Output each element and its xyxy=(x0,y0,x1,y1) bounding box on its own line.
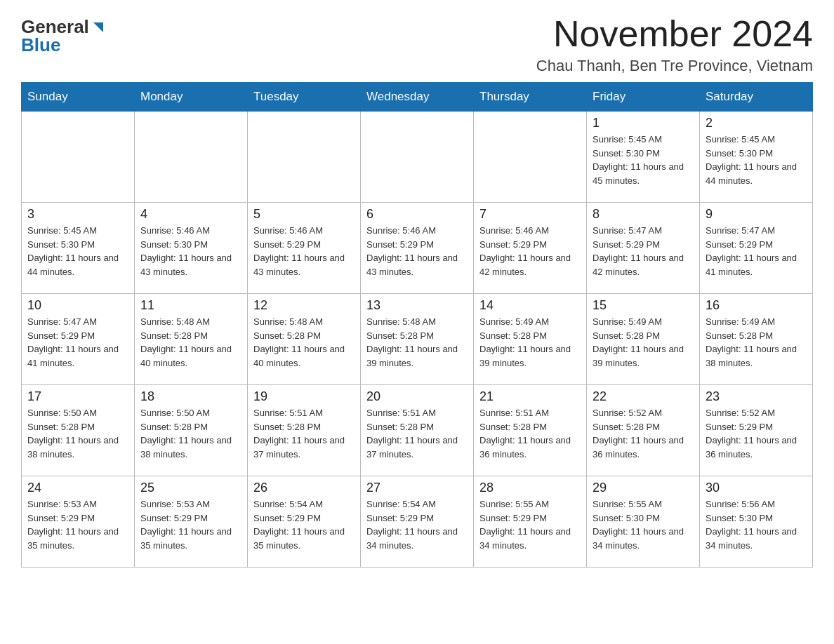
calendar-cell: 17Sunrise: 5:50 AM Sunset: 5:28 PM Dayli… xyxy=(22,385,135,476)
day-number: 24 xyxy=(27,481,128,495)
day-info: Sunrise: 5:51 AM Sunset: 5:28 PM Dayligh… xyxy=(366,406,468,461)
calendar-cell: 4Sunrise: 5:46 AM Sunset: 5:30 PM Daylig… xyxy=(135,203,248,294)
day-info: Sunrise: 5:46 AM Sunset: 5:29 PM Dayligh… xyxy=(479,224,581,279)
day-info: Sunrise: 5:48 AM Sunset: 5:28 PM Dayligh… xyxy=(366,315,468,370)
calendar-cell: 6Sunrise: 5:46 AM Sunset: 5:29 PM Daylig… xyxy=(361,203,474,294)
day-info: Sunrise: 5:49 AM Sunset: 5:28 PM Dayligh… xyxy=(706,315,807,370)
calendar-cell: 3Sunrise: 5:45 AM Sunset: 5:30 PM Daylig… xyxy=(22,203,135,294)
day-number: 20 xyxy=(366,389,468,404)
day-number: 11 xyxy=(140,298,241,313)
day-number: 10 xyxy=(27,298,128,313)
day-number: 17 xyxy=(27,389,128,404)
day-info: Sunrise: 5:53 AM Sunset: 5:29 PM Dayligh… xyxy=(140,497,241,552)
day-number: 6 xyxy=(366,207,468,222)
calendar-week-row: 17Sunrise: 5:50 AM Sunset: 5:28 PM Dayli… xyxy=(22,385,813,476)
calendar-cell: 12Sunrise: 5:48 AM Sunset: 5:28 PM Dayli… xyxy=(248,294,361,385)
day-number: 19 xyxy=(253,389,355,404)
day-number: 18 xyxy=(140,389,241,404)
calendar-cell: 28Sunrise: 5:55 AM Sunset: 5:29 PM Dayli… xyxy=(474,476,587,568)
calendar-week-row: 1Sunrise: 5:45 AM Sunset: 5:30 PM Daylig… xyxy=(22,112,813,203)
calendar-cell: 9Sunrise: 5:47 AM Sunset: 5:29 PM Daylig… xyxy=(700,203,813,294)
calendar-cell: 11Sunrise: 5:48 AM Sunset: 5:28 PM Dayli… xyxy=(135,294,248,385)
logo-general: General xyxy=(21,18,89,36)
column-header-sunday: Sunday xyxy=(22,83,135,112)
day-number: 7 xyxy=(479,207,581,222)
calendar-cell: 15Sunrise: 5:49 AM Sunset: 5:28 PM Dayli… xyxy=(587,294,700,385)
day-number: 9 xyxy=(706,207,807,222)
day-info: Sunrise: 5:48 AM Sunset: 5:28 PM Dayligh… xyxy=(140,315,241,370)
logo-blue: Blue xyxy=(21,36,60,54)
calendar-cell: 1Sunrise: 5:45 AM Sunset: 5:30 PM Daylig… xyxy=(587,112,700,203)
calendar-cell: 18Sunrise: 5:50 AM Sunset: 5:28 PM Dayli… xyxy=(135,385,248,476)
logo-triangle-icon xyxy=(91,20,106,35)
calendar-cell: 16Sunrise: 5:49 AM Sunset: 5:28 PM Dayli… xyxy=(700,294,813,385)
day-info: Sunrise: 5:49 AM Sunset: 5:28 PM Dayligh… xyxy=(593,315,694,370)
calendar-week-row: 24Sunrise: 5:53 AM Sunset: 5:29 PM Dayli… xyxy=(22,476,813,568)
calendar-cell: 26Sunrise: 5:54 AM Sunset: 5:29 PM Dayli… xyxy=(248,476,361,568)
calendar-cell: 19Sunrise: 5:51 AM Sunset: 5:28 PM Dayli… xyxy=(248,385,361,476)
column-header-monday: Monday xyxy=(135,83,248,112)
day-number: 26 xyxy=(253,481,355,495)
day-number: 16 xyxy=(706,298,807,313)
day-info: Sunrise: 5:53 AM Sunset: 5:29 PM Dayligh… xyxy=(27,497,128,552)
calendar-week-row: 3Sunrise: 5:45 AM Sunset: 5:30 PM Daylig… xyxy=(22,203,813,294)
day-info: Sunrise: 5:51 AM Sunset: 5:28 PM Dayligh… xyxy=(479,406,581,461)
calendar-cell: 27Sunrise: 5:54 AM Sunset: 5:29 PM Dayli… xyxy=(361,476,474,568)
day-number: 4 xyxy=(140,207,241,222)
day-info: Sunrise: 5:46 AM Sunset: 5:29 PM Dayligh… xyxy=(253,224,355,279)
calendar-cell xyxy=(135,112,248,203)
day-info: Sunrise: 5:45 AM Sunset: 5:30 PM Dayligh… xyxy=(706,133,807,187)
title-block: November 2024 Chau Thanh, Ben Tre Provin… xyxy=(536,14,813,75)
column-header-tuesday: Tuesday xyxy=(248,83,361,112)
day-info: Sunrise: 5:49 AM Sunset: 5:28 PM Dayligh… xyxy=(479,315,581,370)
column-header-thursday: Thursday xyxy=(474,83,587,112)
column-header-wednesday: Wednesday xyxy=(361,83,474,112)
calendar-cell: 24Sunrise: 5:53 AM Sunset: 5:29 PM Dayli… xyxy=(22,476,135,568)
day-number: 30 xyxy=(706,481,807,495)
calendar-cell: 7Sunrise: 5:46 AM Sunset: 5:29 PM Daylig… xyxy=(474,203,587,294)
day-info: Sunrise: 5:47 AM Sunset: 5:29 PM Dayligh… xyxy=(593,224,694,279)
logo: General Blue xyxy=(21,14,106,54)
day-info: Sunrise: 5:50 AM Sunset: 5:28 PM Dayligh… xyxy=(27,406,128,461)
calendar-cell: 10Sunrise: 5:47 AM Sunset: 5:29 PM Dayli… xyxy=(22,294,135,385)
calendar-week-row: 10Sunrise: 5:47 AM Sunset: 5:29 PM Dayli… xyxy=(22,294,813,385)
calendar-cell: 21Sunrise: 5:51 AM Sunset: 5:28 PM Dayli… xyxy=(474,385,587,476)
day-info: Sunrise: 5:45 AM Sunset: 5:30 PM Dayligh… xyxy=(27,224,128,279)
day-info: Sunrise: 5:52 AM Sunset: 5:29 PM Dayligh… xyxy=(706,406,807,461)
day-info: Sunrise: 5:46 AM Sunset: 5:29 PM Dayligh… xyxy=(366,224,468,279)
calendar-cell: 29Sunrise: 5:55 AM Sunset: 5:30 PM Dayli… xyxy=(587,476,700,568)
day-info: Sunrise: 5:47 AM Sunset: 5:29 PM Dayligh… xyxy=(706,224,807,279)
day-number: 27 xyxy=(366,481,468,495)
day-info: Sunrise: 5:46 AM Sunset: 5:30 PM Dayligh… xyxy=(140,224,241,279)
day-info: Sunrise: 5:55 AM Sunset: 5:29 PM Dayligh… xyxy=(479,497,581,552)
day-info: Sunrise: 5:48 AM Sunset: 5:28 PM Dayligh… xyxy=(253,315,355,370)
day-number: 28 xyxy=(479,481,581,495)
day-info: Sunrise: 5:55 AM Sunset: 5:30 PM Dayligh… xyxy=(593,497,694,552)
day-info: Sunrise: 5:47 AM Sunset: 5:29 PM Dayligh… xyxy=(27,315,128,370)
day-info: Sunrise: 5:50 AM Sunset: 5:28 PM Dayligh… xyxy=(140,406,241,461)
calendar-cell xyxy=(361,112,474,203)
calendar-cell: 8Sunrise: 5:47 AM Sunset: 5:29 PM Daylig… xyxy=(587,203,700,294)
calendar-cell: 23Sunrise: 5:52 AM Sunset: 5:29 PM Dayli… xyxy=(700,385,813,476)
day-number: 25 xyxy=(140,481,241,495)
calendar-cell: 5Sunrise: 5:46 AM Sunset: 5:29 PM Daylig… xyxy=(248,203,361,294)
day-info: Sunrise: 5:45 AM Sunset: 5:30 PM Dayligh… xyxy=(593,133,694,187)
day-info: Sunrise: 5:56 AM Sunset: 5:30 PM Dayligh… xyxy=(706,497,807,552)
calendar-cell: 20Sunrise: 5:51 AM Sunset: 5:28 PM Dayli… xyxy=(361,385,474,476)
day-number: 23 xyxy=(706,389,807,404)
calendar-header-row: SundayMondayTuesdayWednesdayThursdayFrid… xyxy=(22,83,813,112)
calendar-cell: 2Sunrise: 5:45 AM Sunset: 5:30 PM Daylig… xyxy=(700,112,813,203)
calendar-cell: 30Sunrise: 5:56 AM Sunset: 5:30 PM Dayli… xyxy=(700,476,813,568)
page-header: General Blue November 2024 Chau Thanh, B… xyxy=(21,14,813,75)
day-info: Sunrise: 5:51 AM Sunset: 5:28 PM Dayligh… xyxy=(253,406,355,461)
day-number: 5 xyxy=(253,207,355,222)
column-header-friday: Friday xyxy=(587,83,700,112)
day-number: 13 xyxy=(366,298,468,313)
column-header-saturday: Saturday xyxy=(700,83,813,112)
day-number: 21 xyxy=(479,389,581,404)
calendar-cell xyxy=(474,112,587,203)
calendar-cell xyxy=(248,112,361,203)
day-info: Sunrise: 5:52 AM Sunset: 5:28 PM Dayligh… xyxy=(593,406,694,461)
calendar-cell xyxy=(22,112,135,203)
location-subtitle: Chau Thanh, Ben Tre Province, Vietnam xyxy=(536,57,813,75)
